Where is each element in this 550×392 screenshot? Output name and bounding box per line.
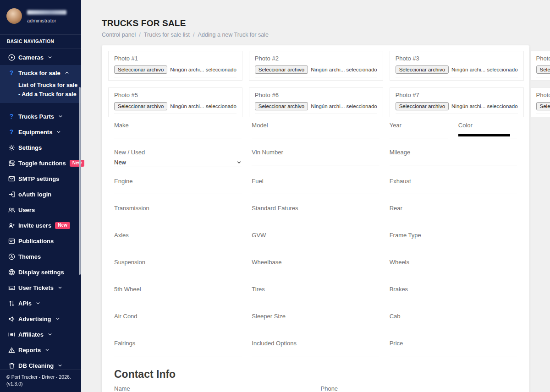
- input-make[interactable]: [114, 131, 242, 138]
- sidebar-item-user-tickets[interactable]: User Tickets: [0, 280, 81, 295]
- input-fuel[interactable]: [252, 186, 379, 194]
- chevron-down-icon: [55, 316, 60, 321]
- field-label: Frame Type: [390, 232, 517, 239]
- breadcrumb-link[interactable]: Trucks for sale list: [144, 32, 190, 38]
- input-mileage[interactable]: [390, 158, 517, 165]
- input-engine[interactable]: [114, 186, 242, 194]
- field-label: Rear: [390, 205, 517, 212]
- sidebar-item-reports[interactable]: Reports: [0, 342, 81, 358]
- input-price[interactable]: [390, 348, 517, 356]
- photo-cell-photo-8: Photo #8Seleccionar archivoNingún archi.…: [530, 87, 550, 117]
- file-select-button[interactable]: Seleccionar archivo: [396, 102, 449, 110]
- file-select-button[interactable]: Seleccionar archivo: [536, 65, 550, 74]
- file-input[interactable]: Seleccionar archivoNingún archi... selec…: [396, 102, 518, 114]
- input-vin-number[interactable]: [252, 158, 379, 165]
- sidebar-item-invite-users[interactable]: Invite usersNew: [0, 218, 81, 233]
- sidebar-item-settings[interactable]: Settings: [0, 140, 81, 155]
- input-rear[interactable]: [390, 213, 517, 221]
- input-fairings[interactable]: [114, 348, 242, 356]
- sidebar-scrollbar[interactable]: [79, 87, 81, 275]
- input-air-cond[interactable]: [114, 321, 242, 329]
- input-standard-eatures[interactable]: [252, 213, 379, 221]
- input-exhaust[interactable]: [390, 186, 517, 194]
- input-model[interactable]: [252, 131, 379, 138]
- field-label: GVW: [252, 232, 379, 239]
- sidebar-item-equipments[interactable]: ?Equipments: [0, 124, 81, 140]
- sidebar-item-label: User Tickets: [18, 284, 54, 291]
- themes-icon: [7, 252, 16, 261]
- file-select-button[interactable]: Seleccionar archivo: [255, 65, 308, 74]
- input-gvw[interactable]: [252, 240, 379, 248]
- file-input[interactable]: Seleccionar archivoNingún archi... selec…: [255, 102, 377, 114]
- input-year[interactable]: [390, 131, 448, 138]
- sidebar-item-apis[interactable]: APIs: [0, 295, 81, 311]
- input-axles[interactable]: [114, 240, 242, 248]
- field-included-options: Included Options: [252, 340, 379, 356]
- sidebar-item-cameras[interactable]: Cameras: [0, 49, 81, 65]
- input-suspension[interactable]: [114, 267, 242, 275]
- sidebar-item-trucks-for-sale[interactable]: ?Trucks for sale: [0, 65, 81, 81]
- file-input[interactable]: Seleccionar archivoNingún archi... selec…: [396, 65, 518, 77]
- input-tires[interactable]: [252, 294, 379, 302]
- sidebar-item-affiliates[interactable]: Affiliates: [0, 327, 81, 342]
- input-wheels[interactable]: [390, 267, 517, 275]
- breadcrumb-link[interactable]: Control panel: [102, 32, 136, 38]
- sidebar-item-label: APIs: [18, 300, 32, 307]
- file-input[interactable]: Seleccionar archivoNingún archi... selec…: [114, 65, 236, 77]
- file-input[interactable]: Seleccionar archivoNingún archi... selec…: [536, 102, 550, 114]
- field-brakes: Brakes: [390, 286, 517, 302]
- input-5th-wheel[interactable]: [114, 294, 242, 302]
- color-input-color[interactable]: [458, 131, 517, 138]
- file-input[interactable]: Seleccionar archivoNingún archi... selec…: [114, 102, 236, 114]
- input-cab[interactable]: [390, 321, 517, 329]
- sidebar-subitem-add-a-truck-for-sale[interactable]: - Add a Truck for sale: [0, 90, 81, 99]
- field-fairings: Fairings: [114, 340, 242, 356]
- sidebar-item-advertising[interactable]: Advertising: [0, 311, 81, 327]
- file-select-button[interactable]: Seleccionar archivo: [114, 65, 167, 74]
- user-panel: administrator: [0, 0, 81, 35]
- sidebar-item-oauth-login[interactable]: oAuth login: [0, 186, 81, 202]
- copyright-text: © Port Trucker - Driver - 2026.: [6, 374, 75, 381]
- field-label: Suspension: [114, 259, 242, 266]
- sidebar-item-display-settings[interactable]: Display settings: [0, 264, 81, 280]
- file-select-button[interactable]: Seleccionar archivo: [396, 65, 449, 74]
- field-label: Color: [458, 122, 517, 129]
- sidebar-item-users[interactable]: Users: [0, 202, 81, 218]
- sidebar-subitem-list-of-trucks-for-sale[interactable]: List of Trucks for sale: [0, 81, 81, 90]
- file-select-button[interactable]: Seleccionar archivo: [255, 102, 308, 110]
- input-wheelbase[interactable]: [252, 267, 379, 275]
- form-card: Photo #1Seleccionar archivoNingún archi.…: [102, 45, 529, 392]
- sidebar-item-trucks-parts[interactable]: ?Trucks Parts: [0, 109, 81, 124]
- sidebar-item-smtp-settings[interactable]: SMTP settings: [0, 171, 81, 186]
- file-select-button[interactable]: Seleccionar archivo: [114, 102, 167, 110]
- field-tires: Tires: [252, 286, 379, 302]
- input-brakes[interactable]: [390, 294, 517, 302]
- file-input[interactable]: Seleccionar archivoNingún archi... selec…: [536, 65, 550, 77]
- field-transmission: Transmission: [114, 205, 242, 221]
- field-label: Model: [252, 122, 379, 129]
- file-input[interactable]: Seleccionar archivoNingún archi... selec…: [255, 65, 377, 77]
- display-icon: [7, 268, 16, 276]
- sidebar-item-label: Affiliates: [18, 331, 44, 338]
- select-new-used[interactable]: New: [114, 158, 242, 167]
- photo-cell-photo-6: Photo #6Seleccionar archivoNingún archi.…: [249, 87, 383, 117]
- input-included-options[interactable]: [252, 348, 379, 356]
- field-name: Name: [114, 385, 311, 392]
- sidebar-item-themes[interactable]: Themes: [0, 249, 81, 264]
- photo-label: Photo #7: [396, 92, 518, 98]
- sidebar-item-label: DB Cleaning: [18, 362, 54, 369]
- file-select-button[interactable]: Seleccionar archivo: [536, 102, 550, 110]
- sidebar-item-toggle-functions[interactable]: Toggle functionsNew: [0, 155, 81, 171]
- mail-icon: [7, 174, 16, 183]
- breadcrumb-separator: /: [139, 32, 140, 38]
- input-frame-type[interactable]: [390, 240, 517, 248]
- sidebar: administrator BASIC NAVIGATION Cameras?T…: [0, 0, 81, 392]
- photo-cell-photo-2: Photo #2Seleccionar archivoNingún archi.…: [249, 51, 383, 81]
- input-transmission[interactable]: [114, 213, 242, 221]
- input-sleeper-size[interactable]: [252, 321, 379, 329]
- contact-info-heading: Contact Info: [114, 368, 517, 381]
- photo-label: Photo #6: [255, 92, 377, 98]
- sidebar-item-publications[interactable]: Publications: [0, 233, 81, 249]
- main-content: TRUCKS FOR SALE Control panel/Trucks for…: [81, 0, 550, 392]
- field-exhaust: Exhaust: [390, 178, 517, 194]
